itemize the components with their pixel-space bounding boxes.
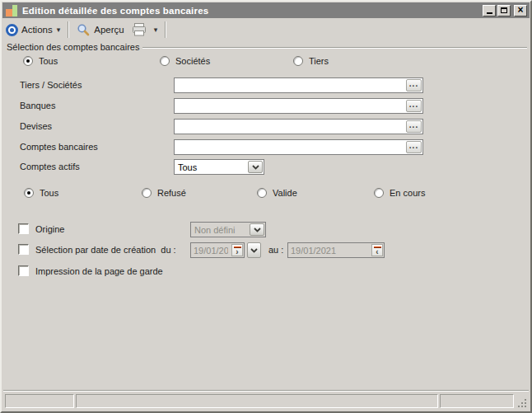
titlebar: Edition détaillée des comptes bancaires … <box>2 2 530 18</box>
radio-status-en-cours[interactable]: En cours <box>374 188 425 198</box>
chevron-down-icon <box>252 165 259 170</box>
radio-circle <box>374 188 384 198</box>
actions-menu-button[interactable]: Actions ▾ <box>18 23 63 36</box>
radio-circle <box>23 56 33 66</box>
chevron-down-icon: ▾ <box>154 26 158 33</box>
combo-dropdown-button[interactable] <box>250 223 264 236</box>
devises-field: ... <box>174 119 423 134</box>
chevron-down-icon <box>250 248 258 253</box>
browse-button[interactable]: ... <box>406 100 422 112</box>
ellipsis-icon: ... <box>409 143 418 148</box>
actions-label: Actions <box>21 25 53 35</box>
browse-button[interactable]: ... <box>406 141 422 153</box>
banques-field: ... <box>174 98 423 114</box>
date-to-input[interactable] <box>288 243 371 257</box>
radio-circle <box>293 56 303 66</box>
section-title: Sélection des comptes bancaires <box>7 42 142 52</box>
radio-circle <box>160 56 170 66</box>
radio-status-tous[interactable]: Tous <box>24 188 58 198</box>
section-divider <box>119 47 527 49</box>
ellipsis-icon: ... <box>409 102 418 107</box>
maximize-button[interactable] <box>497 5 511 16</box>
print-options-button[interactable]: ▾ <box>151 25 161 35</box>
toolbar-separator <box>68 21 69 38</box>
radio-status-valide[interactable]: Valide <box>257 188 297 198</box>
radio-status-refuse[interactable]: Refusé <box>142 188 186 198</box>
browse-button[interactable]: ... <box>406 120 422 133</box>
toolbar: Actions ▾ Aperçu ▾ <box>2 19 530 40</box>
minimize-button[interactable] <box>483 5 496 16</box>
radio-label: En cours <box>390 188 425 198</box>
statusbar-panel <box>440 394 514 408</box>
browse-button[interactable]: ... <box>406 79 422 92</box>
actions-target-icon <box>6 24 18 36</box>
radio-label: Refusé <box>157 188 186 198</box>
toolbar-separator <box>165 21 166 38</box>
date-from-input[interactable] <box>191 243 231 257</box>
date-picker-next-button[interactable]: › <box>231 244 243 256</box>
checkbox-label: Origine <box>35 224 64 234</box>
ellipsis-icon: ... <box>409 123 418 128</box>
comptes-bancaires-field: ... <box>174 139 423 155</box>
comptes-actifs-combo[interactable]: Tous <box>174 159 264 175</box>
combo-dropdown-button[interactable] <box>248 161 263 173</box>
cover-page-checkbox[interactable]: Impression de la page de garde <box>18 265 163 276</box>
maximize-icon <box>501 7 507 13</box>
tiers-societes-field: ... <box>174 77 423 93</box>
actions-target-dot <box>10 28 14 32</box>
date-from-field: › <box>190 242 245 258</box>
date-to-label: au : <box>268 245 283 255</box>
tiers-societes-input[interactable] <box>175 78 405 92</box>
devises-input[interactable] <box>175 120 405 134</box>
printer-icon <box>131 23 147 36</box>
origine-checkbox[interactable]: Origine <box>18 223 64 234</box>
field-label-devises: Devises <box>20 121 52 131</box>
dialog-window: Edition détaillée des comptes bancaires … <box>0 0 532 413</box>
date-filter-checkbox[interactable]: Sélection par date de création du : <box>18 244 176 255</box>
radio-circle <box>142 188 152 198</box>
checkbox-box <box>18 265 29 276</box>
magnifier-icon <box>77 23 90 36</box>
radio-type-societes[interactable]: Sociétés <box>160 56 210 66</box>
close-button[interactable]: × <box>514 5 527 16</box>
date-picker-prev-button[interactable]: ‹ <box>371 244 383 256</box>
comptes-bancaires-input[interactable] <box>175 140 405 154</box>
checkbox-box <box>18 223 29 234</box>
radio-label: Tous <box>40 188 58 198</box>
ellipsis-icon: ... <box>409 82 418 87</box>
preview-button[interactable]: Aperçu <box>73 21 127 38</box>
statusbar <box>3 390 529 410</box>
app-icon-green-bar <box>12 5 17 16</box>
app-icon[interactable] <box>5 4 18 17</box>
combo-value: Tous <box>175 160 247 174</box>
window-title: Edition détaillée des comptes bancaires <box>22 6 481 16</box>
field-label-tiers-societes: Tiers / Sociétés <box>20 80 82 90</box>
combo-value: Non défini <box>191 223 249 237</box>
checkbox-label: Sélection par date de création du : <box>35 245 176 255</box>
resize-grip-icon <box>516 397 527 408</box>
app-icon-orange-bar <box>6 9 12 16</box>
radio-label: Tous <box>39 56 58 66</box>
statusbar-panel <box>5 394 74 408</box>
close-icon: × <box>517 6 523 14</box>
arrow-right-icon: › <box>236 248 238 256</box>
arrow-left-icon: ‹ <box>376 248 378 256</box>
chevron-down-icon: ▾ <box>57 26 61 33</box>
field-label-banques: Banques <box>20 101 55 110</box>
origine-combo[interactable]: Non défini <box>190 222 266 237</box>
chevron-down-icon <box>254 228 261 232</box>
radio-circle <box>24 188 34 198</box>
client-area: Sélection des comptes bancaires Tous Soc… <box>3 40 529 390</box>
radio-label: Tiers <box>309 56 329 66</box>
date-to-field: ‹ <box>287 242 385 258</box>
date-from-dropdown-button[interactable] <box>247 242 261 258</box>
radio-label: Sociétés <box>175 56 210 66</box>
resize-grip[interactable] <box>516 394 527 408</box>
field-label-comptes-actifs: Comptes actifs <box>20 162 80 171</box>
radio-type-tous[interactable]: Tous <box>23 56 58 66</box>
radio-type-tiers[interactable]: Tiers <box>293 56 329 66</box>
field-label-comptes-bancaires: Comptes bancaires <box>20 142 98 152</box>
banques-input[interactable] <box>175 99 405 113</box>
print-button[interactable] <box>128 21 151 38</box>
statusbar-panel <box>76 394 438 408</box>
